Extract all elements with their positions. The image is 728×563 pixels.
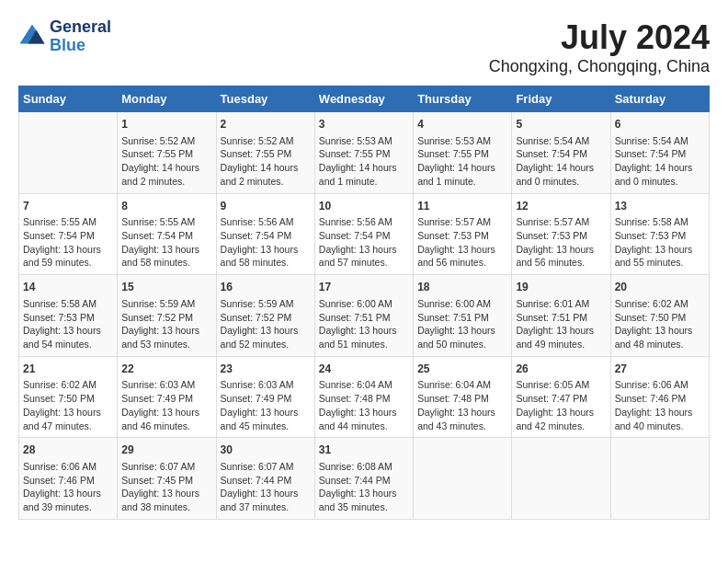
- day-number: 25: [417, 362, 507, 377]
- calendar-cell: 26Sunrise: 6:05 AM Sunset: 7:47 PM Dayli…: [512, 356, 610, 438]
- calendar-cell: 6Sunrise: 5:54 AM Sunset: 7:54 PM Daylig…: [610, 112, 709, 194]
- calendar-week-5: 28Sunrise: 6:06 AM Sunset: 7:46 PM Dayli…: [19, 438, 710, 520]
- day-number: 12: [516, 199, 606, 214]
- calendar-table: SundayMondayTuesdayWednesdayThursdayFrid…: [18, 86, 710, 520]
- calendar-cell: 2Sunrise: 5:52 AM Sunset: 7:55 PM Daylig…: [216, 112, 314, 194]
- day-number: 18: [417, 280, 507, 295]
- day-info: Sunrise: 5:57 AM Sunset: 7:53 PM Dayligh…: [516, 215, 606, 270]
- day-info: Sunrise: 5:57 AM Sunset: 7:53 PM Dayligh…: [417, 215, 507, 270]
- day-info: Sunrise: 6:07 AM Sunset: 7:45 PM Dayligh…: [121, 460, 211, 514]
- day-number: 8: [121, 199, 211, 214]
- day-info: Sunrise: 6:05 AM Sunset: 7:47 PM Dayligh…: [516, 378, 606, 432]
- calendar-cell: [414, 438, 512, 520]
- calendar-cell: 3Sunrise: 5:53 AM Sunset: 7:55 PM Daylig…: [314, 112, 413, 194]
- day-info: Sunrise: 6:03 AM Sunset: 7:49 PM Dayligh…: [121, 378, 211, 432]
- calendar-cell: 4Sunrise: 5:53 AM Sunset: 7:55 PM Daylig…: [414, 112, 512, 194]
- day-info: Sunrise: 5:56 AM Sunset: 7:54 PM Dayligh…: [319, 215, 409, 270]
- day-number: 3: [319, 117, 409, 132]
- calendar-cell: 27Sunrise: 6:06 AM Sunset: 7:46 PM Dayli…: [610, 356, 709, 438]
- day-info: Sunrise: 5:59 AM Sunset: 7:52 PM Dayligh…: [121, 297, 211, 351]
- day-info: Sunrise: 6:03 AM Sunset: 7:49 PM Dayligh…: [221, 378, 311, 432]
- day-info: Sunrise: 5:54 AM Sunset: 7:54 PM Dayligh…: [615, 134, 705, 189]
- day-info: Sunrise: 5:52 AM Sunset: 7:55 PM Dayligh…: [121, 134, 211, 189]
- calendar-cell: 24Sunrise: 6:04 AM Sunset: 7:48 PM Dayli…: [314, 356, 413, 438]
- day-number: 5: [516, 117, 606, 132]
- calendar-cell: 31Sunrise: 6:08 AM Sunset: 7:44 PM Dayli…: [314, 438, 413, 520]
- day-number: 17: [319, 280, 409, 295]
- calendar-cell: 18Sunrise: 6:00 AM Sunset: 7:51 PM Dayli…: [414, 275, 512, 357]
- day-number: 16: [221, 280, 311, 295]
- day-info: Sunrise: 6:00 AM Sunset: 7:51 PM Dayligh…: [417, 297, 507, 351]
- header-friday: Friday: [512, 86, 610, 112]
- day-number: 21: [23, 362, 113, 377]
- header-saturday: Saturday: [610, 86, 709, 112]
- day-number: 7: [23, 199, 113, 214]
- logo-text: General Blue: [50, 18, 111, 55]
- day-number: 6: [615, 117, 705, 132]
- page-title: July 2024: [489, 18, 710, 57]
- day-info: Sunrise: 5:52 AM Sunset: 7:55 PM Dayligh…: [221, 134, 311, 189]
- day-info: Sunrise: 6:06 AM Sunset: 7:46 PM Dayligh…: [23, 460, 113, 514]
- calendar-week-2: 7Sunrise: 5:55 AM Sunset: 7:54 PM Daylig…: [19, 193, 710, 275]
- calendar-cell: 23Sunrise: 6:03 AM Sunset: 7:49 PM Dayli…: [216, 356, 314, 438]
- day-number: 28: [23, 442, 113, 458]
- calendar-cell: 21Sunrise: 6:02 AM Sunset: 7:50 PM Dayli…: [19, 356, 118, 438]
- calendar-cell: 7Sunrise: 5:55 AM Sunset: 7:54 PM Daylig…: [19, 193, 118, 275]
- day-number: 27: [615, 362, 705, 377]
- day-number: 15: [121, 280, 211, 295]
- calendar-cell: 5Sunrise: 5:54 AM Sunset: 7:54 PM Daylig…: [512, 112, 610, 194]
- day-info: Sunrise: 5:53 AM Sunset: 7:55 PM Dayligh…: [319, 134, 409, 189]
- calendar-cell: 11Sunrise: 5:57 AM Sunset: 7:53 PM Dayli…: [414, 193, 512, 275]
- day-number: 10: [319, 199, 409, 214]
- day-number: 23: [221, 362, 311, 377]
- calendar-week-1: 1Sunrise: 5:52 AM Sunset: 7:55 PM Daylig…: [19, 112, 710, 194]
- day-number: 1: [121, 117, 211, 132]
- calendar-cell: 20Sunrise: 6:02 AM Sunset: 7:50 PM Dayli…: [610, 275, 709, 357]
- calendar-cell: 9Sunrise: 5:56 AM Sunset: 7:54 PM Daylig…: [216, 193, 314, 275]
- title-section: July 2024 Chongxing, Chongqing, China: [489, 18, 710, 76]
- day-info: Sunrise: 5:53 AM Sunset: 7:55 PM Dayligh…: [417, 134, 507, 189]
- day-number: 9: [221, 199, 311, 214]
- calendar-cell: 13Sunrise: 5:58 AM Sunset: 7:53 PM Dayli…: [610, 193, 709, 275]
- calendar-cell: 8Sunrise: 5:55 AM Sunset: 7:54 PM Daylig…: [118, 193, 216, 275]
- day-number: 13: [615, 199, 705, 214]
- calendar-week-3: 14Sunrise: 5:58 AM Sunset: 7:53 PM Dayli…: [19, 275, 710, 357]
- day-number: 26: [516, 362, 606, 377]
- calendar-cell: 19Sunrise: 6:01 AM Sunset: 7:51 PM Dayli…: [512, 275, 610, 357]
- header-wednesday: Wednesday: [314, 86, 413, 112]
- day-info: Sunrise: 6:06 AM Sunset: 7:46 PM Dayligh…: [615, 378, 705, 432]
- logo: General Blue: [18, 18, 111, 55]
- page-header: General Blue July 2024 Chongxing, Chongq…: [18, 18, 710, 76]
- calendar-header-row: SundayMondayTuesdayWednesdayThursdayFrid…: [19, 86, 710, 112]
- calendar-week-4: 21Sunrise: 6:02 AM Sunset: 7:50 PM Dayli…: [19, 356, 710, 438]
- day-info: Sunrise: 6:04 AM Sunset: 7:48 PM Dayligh…: [319, 378, 409, 432]
- day-number: 11: [417, 199, 507, 214]
- day-number: 20: [615, 280, 705, 295]
- calendar-cell: 14Sunrise: 5:58 AM Sunset: 7:53 PM Dayli…: [19, 275, 118, 357]
- day-info: Sunrise: 6:02 AM Sunset: 7:50 PM Dayligh…: [23, 378, 113, 432]
- calendar-cell: [512, 438, 610, 520]
- calendar-cell: 28Sunrise: 6:06 AM Sunset: 7:46 PM Dayli…: [19, 438, 118, 520]
- calendar-cell: 22Sunrise: 6:03 AM Sunset: 7:49 PM Dayli…: [118, 356, 216, 438]
- day-info: Sunrise: 6:01 AM Sunset: 7:51 PM Dayligh…: [516, 297, 606, 351]
- logo-icon: [18, 23, 46, 51]
- day-number: 24: [319, 362, 409, 377]
- header-sunday: Sunday: [19, 86, 118, 112]
- page-subtitle: Chongxing, Chongqing, China: [489, 57, 710, 76]
- day-number: 4: [417, 117, 507, 132]
- day-number: 14: [23, 280, 113, 295]
- day-number: 2: [221, 117, 311, 132]
- calendar-cell: 17Sunrise: 6:00 AM Sunset: 7:51 PM Dayli…: [314, 275, 413, 357]
- day-number: 22: [121, 362, 211, 377]
- calendar-cell: 12Sunrise: 5:57 AM Sunset: 7:53 PM Dayli…: [512, 193, 610, 275]
- calendar-cell: [610, 438, 709, 520]
- day-info: Sunrise: 6:00 AM Sunset: 7:51 PM Dayligh…: [319, 297, 409, 351]
- day-info: Sunrise: 5:54 AM Sunset: 7:54 PM Dayligh…: [516, 134, 606, 189]
- day-info: Sunrise: 6:02 AM Sunset: 7:50 PM Dayligh…: [615, 297, 705, 351]
- day-number: 29: [121, 442, 211, 458]
- header-tuesday: Tuesday: [216, 86, 314, 112]
- calendar-cell: [19, 112, 118, 194]
- day-info: Sunrise: 5:58 AM Sunset: 7:53 PM Dayligh…: [23, 297, 113, 351]
- day-info: Sunrise: 5:59 AM Sunset: 7:52 PM Dayligh…: [221, 297, 311, 351]
- calendar-cell: 16Sunrise: 5:59 AM Sunset: 7:52 PM Dayli…: [216, 275, 314, 357]
